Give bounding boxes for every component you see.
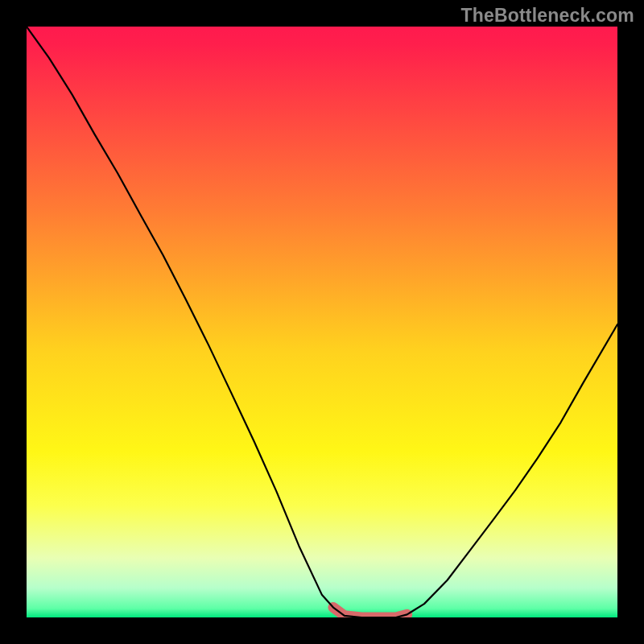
watermark-text: TheBottleneck.com [460, 5, 634, 27]
plot-area [27, 27, 617, 617]
chart-frame: TheBottleneck.com [0, 0, 644, 644]
bottleneck-line [27, 27, 617, 617]
bottleneck-curve [27, 27, 617, 617]
